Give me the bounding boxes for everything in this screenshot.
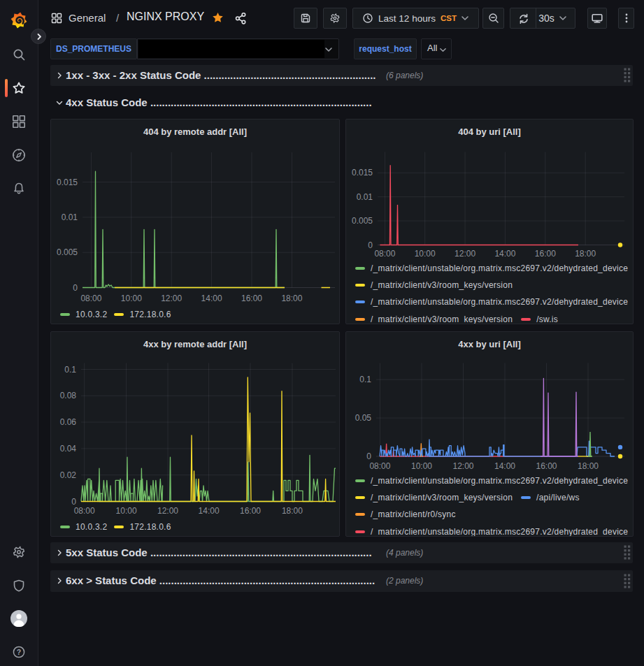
svg-text:16:00: 16:00 xyxy=(240,506,261,516)
svg-text:08:00: 08:00 xyxy=(369,461,390,471)
svg-text:08:00: 08:00 xyxy=(80,294,101,303)
svg-text:10:00: 10:00 xyxy=(415,249,436,259)
svg-text:18:00: 18:00 xyxy=(281,294,302,303)
svg-text:0.01: 0.01 xyxy=(357,192,373,202)
svg-text:16:00: 16:00 xyxy=(241,294,262,303)
svg-text:0: 0 xyxy=(73,283,78,293)
svg-text:0.04: 0.04 xyxy=(60,444,77,454)
svg-text:0.1: 0.1 xyxy=(359,375,371,384)
svg-text:16:00: 16:00 xyxy=(536,461,557,471)
svg-text:16:00: 16:00 xyxy=(535,249,556,259)
svg-text:?: ? xyxy=(17,648,21,656)
svg-text:0.01: 0.01 xyxy=(62,212,78,222)
svg-text:0: 0 xyxy=(368,240,373,250)
svg-text:0.015: 0.015 xyxy=(57,178,78,187)
svg-text:0.06: 0.06 xyxy=(60,417,77,427)
svg-text:0.08: 0.08 xyxy=(60,391,77,400)
svg-text:10:00: 10:00 xyxy=(411,461,432,471)
svg-text:0.005: 0.005 xyxy=(57,247,78,257)
svg-text:0.005: 0.005 xyxy=(352,216,373,226)
svg-text:12:00: 12:00 xyxy=(161,294,182,303)
svg-text:08:00: 08:00 xyxy=(374,249,395,259)
svg-text:10:00: 10:00 xyxy=(121,294,142,303)
svg-text:14:00: 14:00 xyxy=(199,506,220,516)
svg-text:18:00: 18:00 xyxy=(575,249,596,259)
svg-text:0: 0 xyxy=(71,497,76,507)
svg-text:18:00: 18:00 xyxy=(282,506,303,516)
svg-text:0.015: 0.015 xyxy=(352,168,373,178)
svg-text:0.1: 0.1 xyxy=(64,365,76,375)
svg-text:0.05: 0.05 xyxy=(355,413,372,423)
svg-text:14:00: 14:00 xyxy=(201,294,222,303)
svg-text:12:00: 12:00 xyxy=(157,506,178,516)
svg-text:12:00: 12:00 xyxy=(455,249,475,259)
svg-text:0: 0 xyxy=(366,451,371,461)
svg-text:08:00: 08:00 xyxy=(74,506,95,516)
svg-text:14:00: 14:00 xyxy=(494,461,515,471)
svg-text:18:00: 18:00 xyxy=(578,461,599,471)
svg-text:0.02: 0.02 xyxy=(60,470,77,480)
svg-text:12:00: 12:00 xyxy=(452,461,473,471)
svg-text:10:00: 10:00 xyxy=(116,506,137,516)
svg-text:14:00: 14:00 xyxy=(494,249,515,259)
